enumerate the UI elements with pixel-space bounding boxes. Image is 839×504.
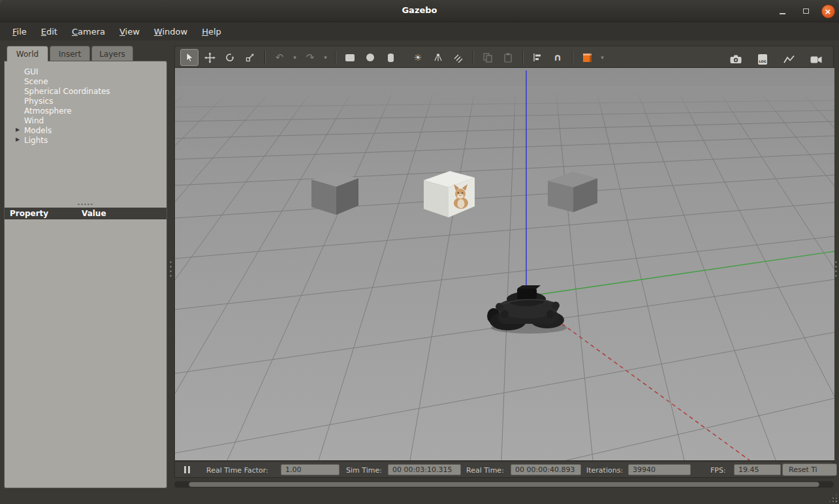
undo-icon: ↶ [276,53,284,63]
insert-cylinder-button[interactable] [381,49,400,66]
directional-light-icon [453,52,464,63]
value-column-header: Value [82,209,106,218]
directional-light-button[interactable] [449,49,467,66]
menu-edit[interactable]: Edit [34,24,65,40]
insert-box-button[interactable] [341,49,359,66]
pause-button[interactable] [179,464,195,476]
menu-camera[interactable]: Camera [65,24,112,40]
tree-item-lights[interactable]: ▶Lights [5,135,166,145]
toolbar-separator [335,50,336,65]
iterations-value: 39940 [628,464,691,475]
undo-button[interactable]: ↶ [270,49,289,66]
toolbar-separator [522,50,523,65]
reset-time-button[interactable]: Reset Ti [782,464,837,476]
world-panel-body: GUI Scene Spherical Coordinates Physics … [4,61,167,488]
rotate-tool-button[interactable] [221,49,239,66]
tab-insert[interactable]: Insert [50,46,90,61]
spot-light-icon [433,52,443,63]
close-button[interactable]: × [821,4,835,18]
tree-item-scene[interactable]: Scene [5,76,166,86]
camera-icon [730,55,742,64]
scrollbar-thumb[interactable] [189,482,819,487]
scene-canvas [175,68,834,460]
select-cursor-icon [184,52,195,63]
real-time-factor-label: Real Time Factor: [206,466,268,475]
scale-icon [245,52,255,63]
snap-button[interactable]: ∩ [548,49,567,66]
minimize-button[interactable] [775,4,789,18]
view-angle-cube-icon [583,54,592,62]
log-record-button[interactable]: LOG [753,51,772,68]
sim-time-label: Sim Time: [346,466,382,475]
viewport-toolbar: ↶ ▾ ↷ ▾ ☀ [174,46,834,68]
menu-help[interactable]: Help [195,24,229,40]
expand-arrow-icon[interactable]: ▶ [16,136,20,142]
redo-history-button[interactable]: ▾ [321,49,330,66]
maximize-button[interactable] [799,4,813,18]
statusbar: Real Time Factor: 1.00 Sim Time: 00 00:0… [174,461,834,478]
menu-file[interactable]: File [5,24,34,40]
tree-item-spherical[interactable]: Spherical Coordinates [5,86,166,96]
view-angle-button[interactable] [578,49,596,66]
tree-item-wind[interactable]: Wind [5,116,166,125]
tab-layers[interactable]: Layers [91,46,133,61]
real-time-value: 00 00:00:40.893 [511,464,581,475]
fps-label: FPS: [710,466,726,475]
align-button[interactable] [528,49,546,66]
tree-item-gui[interactable]: GUI [5,67,166,76]
tab-world[interactable]: World [7,46,48,61]
titlebar[interactable]: Gazebo × [0,0,839,22]
menu-window[interactable]: Window [147,24,195,40]
toolbar-separator [572,50,573,65]
video-camera-icon [810,55,822,64]
copy-button[interactable] [479,49,497,66]
property-column-header: Property [5,209,82,218]
right-resize-handle[interactable] [834,260,838,278]
panel-splitter-handle[interactable] [77,203,94,206]
tree-item-atmosphere[interactable]: Atmosphere [5,106,166,116]
close-icon: × [821,5,835,18]
tree-item-models[interactable]: ▶Models [5,125,166,135]
insert-sphere-button[interactable] [361,49,379,66]
view-angle-menu-button[interactable]: ▾ [598,49,607,66]
property-table-header: Property Value [5,208,166,219]
plot-button[interactable] [780,51,799,68]
horizontal-scrollbar[interactable] [174,481,834,488]
toolbar-separator [473,50,473,65]
window-title: Gazebo [0,5,839,15]
box-icon [345,54,355,61]
video-record-button[interactable] [807,51,825,68]
expand-arrow-icon[interactable]: ▶ [16,127,20,133]
chevron-down-icon: ▾ [601,55,604,61]
screenshot-button[interactable] [727,51,745,68]
point-light-button[interactable]: ☀ [409,49,427,66]
redo-icon: ↷ [306,53,315,63]
spot-light-button[interactable] [429,49,447,66]
sphere-icon [366,54,374,61]
sim-time-value: 00 00:03:10.315 [388,464,461,475]
fps-value: 19.45 [734,464,781,475]
window-resize-grip[interactable] [829,494,838,503]
scale-tool-button[interactable] [241,49,259,66]
menu-view[interactable]: View [112,24,147,40]
paste-button[interactable] [499,49,517,66]
viewport-3d[interactable] [174,68,834,460]
translate-icon [204,52,215,63]
menubar: File Edit Camera View Window Help [0,22,839,40]
align-icon [532,52,543,63]
gray-cube-left[interactable] [311,172,358,215]
toolbar-separator [264,50,265,65]
horizon-fade [175,86,834,122]
chevron-down-icon: ▾ [324,55,327,61]
copy-icon [483,52,493,63]
select-tool-button[interactable] [180,49,198,66]
real-time-factor-value: 1.00 [281,464,340,475]
tree-item-physics[interactable]: Physics [5,96,166,106]
translate-tool-button[interactable] [200,49,219,66]
panel-resize-handle[interactable] [169,260,172,278]
undo-history-button[interactable]: ▾ [291,49,299,66]
snap-magnet-icon: ∩ [554,53,562,63]
redo-button[interactable]: ↷ [301,49,319,66]
iterations-label: Iterations: [586,466,623,475]
minimize-icon [780,13,785,14]
